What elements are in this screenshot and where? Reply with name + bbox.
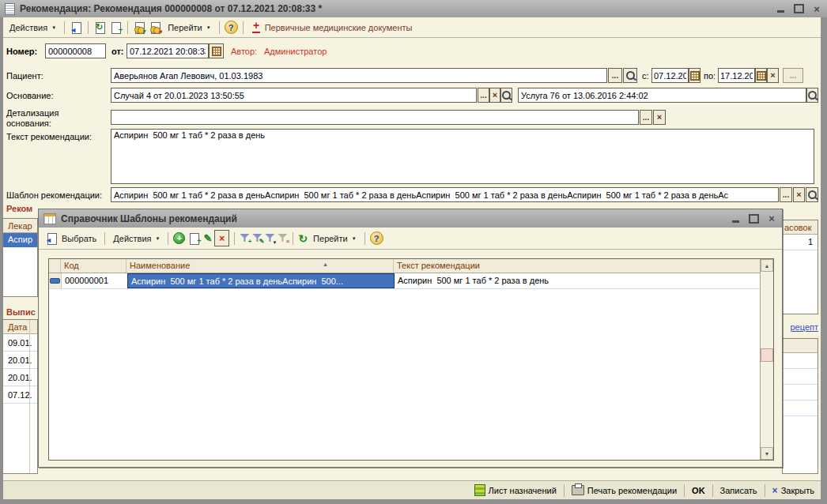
template-select-button[interactable]: ... bbox=[780, 187, 792, 202]
filter-settings-icon[interactable]: + bbox=[240, 233, 250, 243]
date-calendar-button[interactable] bbox=[209, 43, 224, 58]
recommendations-table-fragment: Лекар Аспир bbox=[2, 218, 38, 297]
divider bbox=[234, 232, 235, 245]
template-input[interactable] bbox=[111, 187, 779, 202]
code-column-header[interactable]: Код bbox=[61, 259, 127, 273]
copy-item-icon[interactable]: + bbox=[187, 232, 201, 245]
patient-open-button[interactable] bbox=[623, 68, 637, 83]
packs-column-header[interactable]: асовок bbox=[783, 220, 818, 235]
service-open-button[interactable] bbox=[806, 88, 818, 103]
list-icon bbox=[474, 484, 485, 496]
dialog-actions-menu-button[interactable]: Действия ▼ bbox=[110, 232, 163, 245]
delete-icon[interactable]: × bbox=[214, 230, 229, 246]
templates-dialog: Справочник Шаблоны рекомендаций × ◄ Выбр… bbox=[38, 209, 783, 468]
from-calendar-button[interactable] bbox=[689, 68, 700, 83]
chevron-down-icon: ▼ bbox=[51, 25, 56, 30]
recommendation-text-label: Текст рекомендации: bbox=[6, 132, 92, 143]
name-column-header[interactable]: Наименование ▲ bbox=[127, 259, 394, 273]
period-to-label: по: bbox=[704, 71, 716, 82]
maximize-button[interactable] bbox=[793, 3, 804, 14]
save-and-return-icon[interactable]: ◄ bbox=[70, 21, 83, 34]
detail-input[interactable] bbox=[111, 110, 639, 125]
close-window-button[interactable]: × Закрыть bbox=[772, 485, 814, 496]
reread-icon[interactable]: ↻ bbox=[93, 21, 107, 34]
table-row[interactable] bbox=[783, 385, 818, 401]
clear-icon: × bbox=[493, 91, 497, 100]
period-more-button[interactable]: ... bbox=[783, 68, 803, 83]
chevron-down-icon: ▼ bbox=[206, 25, 211, 30]
recommendation-text-area[interactable]: Аспирин 500 мг 1 таб * 2 раза в день bbox=[111, 129, 814, 184]
unpost-document-icon[interactable]: ◄ bbox=[149, 21, 162, 34]
code-cell: 000000001 bbox=[62, 273, 127, 288]
period-clear-button[interactable]: × bbox=[767, 68, 779, 83]
actions-menu-button[interactable]: Действия ▼ bbox=[6, 21, 59, 34]
dialog-window-controls: × bbox=[730, 213, 777, 224]
dialog-goto-menu-button[interactable]: Перейти ▼ bbox=[310, 232, 360, 245]
dialog-help-icon[interactable]: ? bbox=[370, 231, 383, 245]
table-row[interactable]: 07.12. bbox=[3, 386, 37, 404]
primary-medical-docs-button[interactable]: + Первичные медицинские документы bbox=[248, 20, 416, 35]
table-row[interactable]: 000000001 Аспирин 500 мг 1 таб * 2 раза … bbox=[49, 273, 760, 289]
text-column-header[interactable]: Текст рекомендации bbox=[394, 259, 760, 273]
to-calendar-button[interactable] bbox=[755, 68, 767, 83]
number-input[interactable] bbox=[45, 43, 106, 58]
divider bbox=[765, 484, 765, 497]
post-document-icon[interactable]: ▼ bbox=[133, 21, 146, 34]
magnifier-icon bbox=[808, 91, 817, 100]
drug-column-header[interactable]: Лекар bbox=[3, 219, 37, 233]
table-row[interactable] bbox=[783, 369, 818, 385]
minimize-button[interactable] bbox=[775, 3, 786, 14]
refresh-icon[interactable]: ↻ bbox=[298, 232, 308, 245]
dialog-minimize-button[interactable] bbox=[730, 213, 741, 224]
status-bar: Лист назначений Печать рекомендации OK З… bbox=[3, 480, 821, 499]
dialog-close-button[interactable]: × bbox=[766, 213, 777, 224]
scroll-down-button[interactable]: ▼ bbox=[761, 447, 773, 460]
table-row[interactable]: 20.01. bbox=[3, 369, 37, 386]
basis-clear-button[interactable]: × bbox=[489, 88, 500, 103]
chevron-down-icon: ▼ bbox=[156, 236, 160, 241]
selected-drug-row[interactable]: Аспир bbox=[3, 233, 37, 247]
ok-button[interactable]: OK bbox=[692, 486, 705, 495]
filter-history-icon[interactable]: ▼ bbox=[265, 233, 275, 243]
add-icon[interactable]: + bbox=[173, 232, 185, 244]
patient-label: Пациент: bbox=[6, 71, 43, 82]
period-to-input[interactable] bbox=[718, 68, 755, 83]
close-button[interactable]: × bbox=[811, 3, 822, 14]
basis-open-button[interactable] bbox=[500, 88, 512, 103]
save-button[interactable]: Записать bbox=[720, 486, 757, 495]
vertical-scrollbar[interactable]: ▲ ▼ bbox=[760, 259, 773, 460]
table-row[interactable]: 09.01. bbox=[3, 334, 37, 352]
print-recommendation-button[interactable]: Печать рекомендации bbox=[572, 485, 677, 495]
table-row[interactable]: 20.01. bbox=[3, 352, 37, 369]
period-from-input[interactable] bbox=[651, 68, 689, 83]
table-row[interactable] bbox=[783, 401, 818, 416]
basis-case-input[interactable] bbox=[111, 88, 477, 103]
date-input[interactable] bbox=[127, 43, 209, 58]
help-icon[interactable]: ? bbox=[225, 21, 238, 34]
patient-input[interactable] bbox=[111, 68, 607, 83]
scroll-up-button[interactable]: ▲ bbox=[761, 259, 773, 272]
template-open-button[interactable] bbox=[806, 187, 818, 202]
divider bbox=[127, 21, 128, 34]
goto-menu-button[interactable]: Перейти ▼ bbox=[164, 21, 214, 34]
filter-off-icon[interactable]: × bbox=[278, 233, 288, 243]
divider bbox=[712, 484, 713, 497]
date-column-header[interactable]: Дата bbox=[3, 320, 37, 334]
table-row[interactable] bbox=[783, 353, 818, 369]
edit-icon[interactable]: ✎ bbox=[203, 232, 212, 244]
row-marker-header bbox=[49, 259, 61, 273]
basis-select-button[interactable]: ... bbox=[478, 88, 489, 103]
prescription-link[interactable]: рецепт bbox=[780, 322, 818, 332]
scrollbar-thumb[interactable] bbox=[761, 348, 773, 362]
detail-clear-button[interactable]: × bbox=[653, 110, 666, 125]
patient-select-button[interactable]: ... bbox=[608, 68, 622, 83]
prescription-sheet-button[interactable]: Лист назначений bbox=[474, 484, 557, 496]
template-clear-button[interactable]: × bbox=[793, 187, 805, 202]
detail-select-button[interactable]: ... bbox=[640, 110, 652, 125]
filter-by-value-icon[interactable]: ✎ bbox=[252, 233, 262, 243]
dialog-maximize-button[interactable] bbox=[748, 213, 759, 224]
select-button[interactable]: ◄ Выбрать bbox=[42, 231, 100, 246]
packs-value-cell[interactable]: 1 bbox=[783, 235, 818, 250]
copy-document-icon[interactable]: + bbox=[109, 21, 123, 34]
basis-service-input[interactable] bbox=[518, 88, 806, 103]
